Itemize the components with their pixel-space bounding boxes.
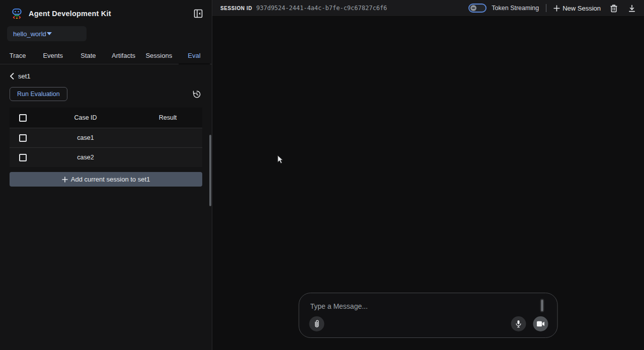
tab-eval[interactable]: Eval <box>177 47 212 64</box>
videocam-icon <box>537 321 545 327</box>
tab-events[interactable]: Events <box>35 47 70 64</box>
mic-button[interactable] <box>511 316 526 331</box>
token-streaming-label: Token Streaming <box>492 5 539 12</box>
toggle-knob <box>470 5 476 11</box>
export-session-button[interactable] <box>627 3 637 14</box>
agent-select-dropdown[interactable]: hello_world <box>7 26 87 41</box>
new-session-label: New Session <box>562 5 601 12</box>
tab-label: State <box>80 52 96 59</box>
tab-label: Trace <box>10 52 26 59</box>
eval-panel: set1 Run Evaluation <box>0 72 212 187</box>
history-icon <box>192 90 201 99</box>
chevron-down-icon <box>47 32 80 35</box>
topbar-divider <box>546 4 546 12</box>
chevron-left-icon <box>10 73 14 79</box>
sidebar: Agent Development Kit hello_world Trace <box>0 0 212 350</box>
tab-sessions[interactable]: Sessions <box>141 47 177 64</box>
mouse-cursor <box>277 155 285 167</box>
main-pane: SESSION ID 937d9524-2441-4a4c-b7fe-c9c67… <box>212 0 644 350</box>
table-row[interactable]: case1 <box>10 128 202 147</box>
session-id-value: 937d9524-2441-4a4c-b7fe-c9c67827c6f6 <box>256 5 387 12</box>
left-panel-close-icon <box>194 9 203 18</box>
tab-label: Sessions <box>145 52 172 59</box>
sidebar-scrollbar-thumb[interactable] <box>209 135 211 206</box>
token-streaming-toggle[interactable] <box>468 4 487 13</box>
video-button[interactable] <box>533 316 548 331</box>
topbar: SESSION ID 937d9524-2441-4a4c-b7fe-c9c67… <box>212 0 644 17</box>
tab-state[interactable]: State <box>70 47 106 64</box>
tab-artifacts[interactable]: Artifacts <box>106 47 141 64</box>
tab-label: Artifacts <box>112 52 135 59</box>
tab-label: Eval <box>188 52 200 59</box>
eval-history-button[interactable] <box>191 89 202 100</box>
table-header-row: Case ID Result <box>10 108 202 128</box>
eval-actions-row: Run Evaluation <box>10 87 202 101</box>
delete-session-button[interactable] <box>609 3 619 14</box>
microphone-icon <box>515 320 522 328</box>
select-all-checkbox[interactable] <box>19 114 27 122</box>
toggle-dash-icon <box>472 8 475 9</box>
adk-logo-icon <box>11 8 23 20</box>
app-title: Agent Development Kit <box>29 10 111 18</box>
composer-scrollbar-thumb[interactable] <box>540 299 544 312</box>
add-current-session-label: Add current session to set1 <box>71 176 150 183</box>
plus-icon <box>62 177 68 183</box>
collapse-panel-button[interactable] <box>192 7 205 20</box>
new-session-button[interactable]: New Session <box>553 5 601 12</box>
column-header-case-id: Case ID <box>38 114 133 121</box>
download-icon <box>628 4 636 13</box>
app-root: Agent Development Kit hello_world Trace <box>0 0 644 350</box>
plus-icon <box>553 5 560 12</box>
back-button[interactable] <box>10 73 14 79</box>
attach-file-button[interactable] <box>309 316 325 331</box>
agent-select-value: hello_world <box>13 30 47 38</box>
run-evaluation-button[interactable]: Run Evaluation <box>10 87 67 101</box>
tab-trace[interactable]: Trace <box>0 47 35 64</box>
sidebar-header: Agent Development Kit <box>0 0 212 20</box>
eval-set-name: set1 <box>18 72 31 80</box>
session-id-label: SESSION ID <box>220 6 252 11</box>
row-checkbox[interactable] <box>19 154 27 161</box>
message-input[interactable] <box>310 300 535 312</box>
add-current-session-button[interactable]: Add current session to set1 <box>10 172 202 187</box>
row-checkbox[interactable] <box>19 134 27 142</box>
case-id-cell: case1 <box>38 134 133 141</box>
table-row[interactable]: case2 <box>10 147 202 167</box>
trash-icon <box>610 4 618 13</box>
tab-bar: Trace Events State Artifacts Sessions Ev… <box>0 47 212 64</box>
paperclip-icon <box>313 319 321 328</box>
eval-cases-table: Case ID Result case1 case2 <box>10 108 202 167</box>
column-header-result: Result <box>133 114 202 121</box>
topbar-controls: Token Streaming New Session <box>468 3 637 14</box>
message-composer <box>299 293 558 338</box>
case-id-cell: case2 <box>38 154 133 161</box>
tab-label: Events <box>43 52 63 59</box>
eval-set-header: set1 <box>10 72 202 80</box>
